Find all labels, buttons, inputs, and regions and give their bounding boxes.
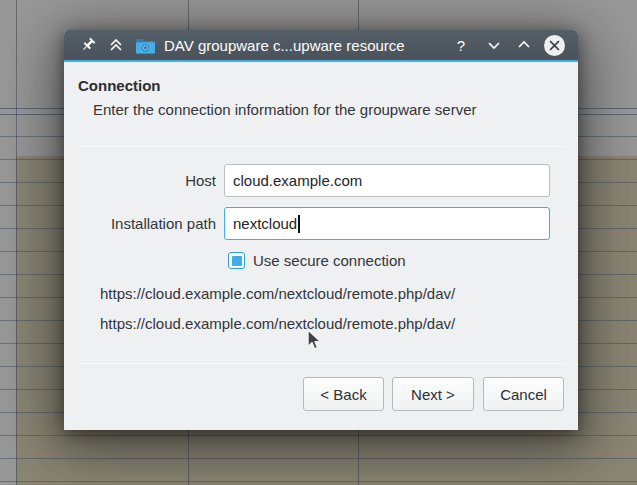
pin-icon[interactable] (79, 30, 97, 60)
secure-connection-checkbox[interactable] (228, 252, 245, 269)
close-icon[interactable] (544, 35, 565, 56)
cancel-button[interactable]: Cancel (483, 377, 564, 411)
window-title: DAV groupware c...upware resource (164, 30, 405, 60)
titlebar-accent-line (64, 60, 578, 62)
secure-connection-row[interactable]: Use secure connection (228, 252, 406, 269)
mouse-cursor (305, 329, 323, 357)
installation-path-label: Installation path (76, 207, 216, 240)
secure-connection-label[interactable]: Use secure connection (253, 252, 406, 269)
titlebar[interactable]: DAV groupware c...upware resource ? (64, 30, 578, 60)
host-input[interactable]: cloud.example.com (224, 164, 550, 197)
back-button[interactable]: < Back (303, 377, 384, 411)
close-button[interactable] (543, 30, 565, 60)
background-column-line (16, 0, 17, 485)
installation-path-value: nextcloud (233, 215, 297, 232)
installation-path-input[interactable]: nextcloud (224, 207, 550, 240)
dav-url-preview-2: https://cloud.example.com/nextcloud/remo… (100, 315, 455, 332)
shade-icon[interactable] (106, 30, 126, 60)
page-title: Connection (78, 77, 161, 94)
minimize-icon[interactable] (484, 30, 504, 60)
dav-groupware-wizard-dialog: DAV groupware c...upware resource ? Conn… (64, 30, 578, 430)
separator (78, 363, 564, 364)
app-folder-icon (134, 30, 156, 60)
help-button[interactable]: ? (452, 30, 470, 60)
page-description: Enter the connection information for the… (93, 101, 477, 118)
host-label: Host (76, 164, 216, 197)
maximize-icon[interactable] (514, 30, 534, 60)
separator (78, 146, 564, 147)
dav-url-preview: https://cloud.example.com/nextcloud/remo… (100, 285, 455, 302)
text-caret (298, 215, 300, 233)
next-button[interactable]: Next > (392, 377, 474, 411)
host-value: cloud.example.com (233, 172, 362, 189)
checkbox-checked-mark (232, 256, 242, 266)
